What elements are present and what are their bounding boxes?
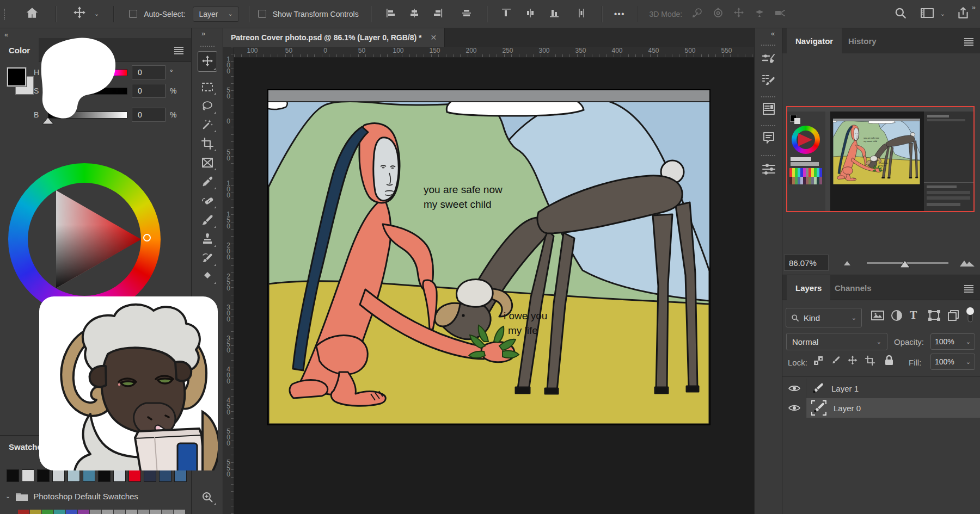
tab-channels[interactable]: Channels	[826, 275, 880, 300]
panel-menu-icon[interactable]	[964, 285, 973, 293]
swatch[interactable]	[22, 469, 34, 482]
align-center-v-icon[interactable]	[461, 7, 473, 21]
panel-menu-icon[interactable]	[174, 47, 183, 54]
magic-wand-tool[interactable]	[198, 116, 217, 133]
lasso-tool[interactable]	[198, 97, 217, 115]
swatch[interactable]	[138, 510, 149, 514]
opacity-field[interactable]: 100%⌄	[930, 333, 975, 350]
healing-brush-tool[interactable]	[198, 192, 217, 209]
swatch[interactable]	[37, 469, 50, 482]
frame-tool[interactable]	[198, 154, 217, 171]
align-right-icon[interactable]	[432, 7, 444, 21]
workspace-switcher-icon[interactable]	[920, 7, 935, 22]
home-icon[interactable]	[25, 6, 39, 22]
swatch[interactable]	[114, 510, 125, 514]
zoom-slider-thumb[interactable]	[899, 260, 910, 268]
align-top-icon[interactable]	[500, 7, 512, 21]
align-bottom-icon[interactable]	[548, 7, 560, 21]
distribute-h-icon[interactable]	[524, 7, 536, 21]
crop-tool[interactable]	[198, 135, 217, 152]
lock-transparency-icon[interactable]	[813, 355, 824, 368]
color-triangle[interactable]	[28, 183, 141, 296]
layer-thumbnail-selected[interactable]	[811, 400, 827, 416]
collapse-panel-icon[interactable]: «	[4, 30, 7, 39]
align-left-icon[interactable]	[384, 7, 396, 21]
vertical-ruler[interactable]: 10050050100150200250300350400450500550	[223, 47, 234, 514]
tab-navigator[interactable]: Navigator	[787, 28, 842, 53]
saturation-value-field[interactable]: 0	[132, 84, 166, 98]
filter-pixel-icon[interactable]	[871, 309, 885, 324]
blend-mode-dropdown[interactable]: Normal⌄	[786, 333, 887, 350]
distribute-v-icon[interactable]	[575, 7, 587, 21]
swatch[interactable]	[174, 469, 187, 482]
clone-stamp-tool[interactable]	[198, 231, 217, 248]
eyedropper-tool[interactable]	[198, 173, 217, 190]
wheel-selector[interactable]	[143, 234, 151, 241]
layer-thumbnail[interactable]	[811, 381, 825, 395]
navigator-zoom-field[interactable]: 86.07%	[784, 255, 829, 271]
filter-smart-object-icon[interactable]	[947, 309, 960, 324]
lock-position-icon[interactable]	[847, 355, 858, 368]
swatch[interactable]	[174, 510, 185, 514]
foreground-color-swatch[interactable]	[7, 67, 26, 86]
brush-settings-icon[interactable]	[760, 50, 777, 67]
move-tool-option-icon[interactable]	[72, 6, 87, 22]
swatch[interactable]	[102, 510, 113, 514]
edit-toolbar-icon[interactable]: •••	[198, 507, 217, 514]
swatch-folder-row[interactable]: ⌄ Photoshop Default Swatches	[5, 488, 138, 504]
swatch[interactable]	[162, 510, 173, 514]
adjustments-icon[interactable]	[760, 160, 777, 177]
chevron-down-icon[interactable]: ⌄	[5, 493, 10, 500]
swatch[interactable]	[159, 469, 171, 482]
swatch[interactable]	[126, 510, 137, 514]
search-icon[interactable]	[893, 6, 908, 22]
tab-history[interactable]: History	[840, 28, 885, 53]
share-icon[interactable]	[956, 6, 970, 22]
filter-shape-icon[interactable]	[927, 309, 941, 324]
auto-select-checkbox[interactable]	[129, 10, 137, 18]
brightness-value-field[interactable]: 0	[132, 108, 166, 122]
panel-menu-icon[interactable]	[964, 38, 973, 46]
history-brush-tool[interactable]	[198, 250, 217, 267]
tab-layers[interactable]: Layers	[787, 275, 830, 300]
chevron-down-icon[interactable]: ⌄	[94, 10, 99, 17]
layer-row[interactable]: Layer 1	[782, 379, 980, 398]
close-tab-icon[interactable]: ✕	[431, 33, 437, 42]
swatch[interactable]	[128, 469, 141, 482]
collapse-panels-icon[interactable]: «	[771, 29, 774, 38]
swatch[interactable]	[78, 510, 89, 514]
layer-filter-kind[interactable]: Kind ⌄	[786, 308, 862, 327]
gradient-tool[interactable]	[198, 268, 217, 285]
swatch[interactable]	[7, 469, 19, 482]
swatch[interactable]	[83, 469, 95, 482]
swatch[interactable]	[98, 469, 111, 482]
filter-adjustment-icon[interactable]	[890, 309, 903, 324]
color-wheel[interactable]	[8, 163, 161, 315]
tab-color[interactable]: Color	[0, 38, 39, 62]
fill-field[interactable]: 100%⌄	[930, 354, 975, 370]
swatch[interactable]	[30, 510, 41, 514]
auto-select-target-dropdown[interactable]: Layer⌄	[193, 7, 238, 22]
libraries-icon[interactable]	[760, 100, 777, 117]
lock-pixels-icon[interactable]	[830, 355, 841, 368]
marquee-tool[interactable]	[198, 78, 217, 96]
align-center-h-icon[interactable]	[408, 7, 420, 21]
canvas[interactable]	[268, 90, 710, 425]
swatch[interactable]	[52, 469, 65, 482]
layer-row-selected[interactable]: Layer 0	[782, 398, 980, 418]
expand-toolbar-icon[interactable]: »	[201, 29, 204, 38]
visibility-eye-icon[interactable]	[782, 398, 806, 418]
lock-artboard-icon[interactable]	[865, 355, 875, 368]
zoom-in-icon[interactable]	[959, 258, 976, 268]
brush-tool[interactable]	[198, 212, 217, 229]
horizontal-ruler[interactable]: 10050050100150200250300350400450500550	[234, 47, 754, 58]
lock-all-icon[interactable]	[884, 355, 894, 368]
navigator-zoom-slider[interactable]	[867, 262, 948, 264]
move-tool[interactable]	[198, 51, 217, 72]
brush-presets-icon[interactable]	[760, 72, 777, 89]
show-transform-checkbox[interactable]	[258, 10, 266, 18]
zoom-out-icon[interactable]	[843, 259, 855, 267]
zoom-tool[interactable]	[198, 488, 217, 506]
swatch[interactable]	[150, 510, 161, 514]
swatch[interactable]	[90, 510, 101, 514]
